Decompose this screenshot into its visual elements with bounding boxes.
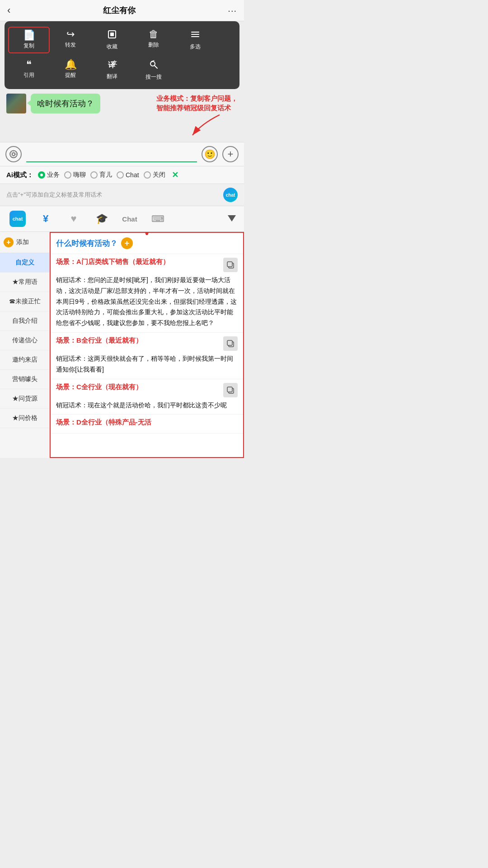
ai-close-button[interactable]: ✕ — [172, 170, 178, 180]
tab-collapse-button[interactable] — [224, 213, 239, 225]
question-add-button[interactable]: + — [121, 237, 133, 249]
ai-mode-business[interactable]: 业务 — [38, 171, 60, 179]
tab-keyboard[interactable]: ⌨ — [145, 209, 171, 229]
radio-off-circle — [144, 171, 151, 179]
ai-mode-off[interactable]: 关闭 — [144, 171, 165, 179]
more-button[interactable]: ··· — [228, 5, 237, 16]
remind-icon: 🔔 — [65, 60, 77, 70]
tab-money-icon: ¥ — [43, 213, 48, 225]
sidebar-item-price[interactable]: ★问价格 — [0, 409, 49, 428]
tab-money[interactable]: ¥ — [33, 209, 59, 229]
sidebar-item-invite[interactable]: 邀约来店 — [0, 350, 49, 370]
ai-mode-bar: Ai模式： 业务 嗨聊 育儿 Chat 关闭 ✕ — [0, 166, 244, 184]
sidebar: + 添加 自定义 ★常用语 ☎未接正忙 自我介绍 传递信心 邀约来店 营销噱头 … — [0, 232, 50, 458]
scenario-b-body: 销冠话术：这两天很快就会有了，稍等等哈，到时候我第一时间通知你[让我看看] — [56, 354, 238, 375]
menu-multiselect-label: 多选 — [190, 43, 201, 51]
question-title: 什么时候有活动？ — [56, 238, 117, 249]
svg-rect-1 — [110, 33, 114, 36]
sidebar-item-busy[interactable]: ☎未接正忙 — [0, 292, 49, 311]
context-menu-row-2: ❝ 引用 🔔 提醒 译 文 翻译 搜一搜 — [8, 57, 236, 84]
svg-rect-22 — [227, 387, 232, 392]
emoji-button[interactable]: 🙂 — [202, 146, 218, 162]
tab-graduation[interactable]: 🎓 — [89, 209, 115, 229]
menu-quote[interactable]: ❝ 引用 — [8, 57, 50, 84]
menu-collect-label: 收藏 — [107, 43, 117, 51]
scenario-b-copy-button[interactable] — [223, 336, 238, 351]
menu-forward-label: 转发 — [65, 41, 76, 49]
ai-mode-chat-en-label: Chat — [126, 171, 139, 179]
menu-quote-label: 引用 — [23, 71, 34, 79]
translate-icon: 译 文 — [107, 60, 117, 71]
menu-forward[interactable]: ↪ 转发 — [50, 27, 91, 53]
collect-icon — [107, 29, 117, 41]
tab-chat-text-label: Chat — [122, 215, 137, 223]
attachment-add-button[interactable]: + — [222, 146, 239, 162]
sidebar-item-common[interactable]: ★常用语 — [0, 273, 49, 292]
content-panel: 什么时候有活动？ + 场景：A门店类线下销售（最近就有） 销冠话术：您问的正是时… — [50, 232, 244, 458]
toolbar-hint-text: 点击"+"可添加自定义标签及常用话术 — [6, 191, 102, 199]
menu-copy[interactable]: 📄 复制 — [8, 27, 50, 53]
sidebar-item-custom[interactable]: 自定义 — [0, 253, 49, 273]
tab-chat-text[interactable]: Chat — [117, 209, 143, 229]
sidebar-item-intro[interactable]: 自我介绍 — [0, 311, 49, 331]
copy-icon: 📄 — [23, 30, 35, 40]
menu-search-label: 搜一搜 — [145, 73, 162, 81]
voice-button[interactable] — [5, 146, 22, 162]
scenario-d-title-text: 场景：D全行业（特殊产品-无活 — [56, 418, 151, 427]
ai-mode-chat-en[interactable]: Chat — [117, 171, 139, 179]
ai-mode-parenting-label: 育儿 — [99, 171, 112, 179]
scenario-c-copy-button[interactable] — [223, 383, 238, 397]
chat-logo-text: chat — [226, 193, 235, 198]
search-icon — [149, 60, 159, 71]
tab-keyboard-icon: ⌨ — [151, 213, 164, 224]
scenario-c-title-text: 场景：C全行业（现在就有） — [56, 383, 142, 392]
svg-marker-14 — [228, 215, 236, 222]
avatar — [6, 94, 26, 113]
menu-multiselect[interactable]: 多选 — [174, 27, 216, 53]
add-plus-icon: + — [4, 237, 14, 247]
page-title: 红尘有你 — [103, 5, 136, 16]
tab-heart[interactable]: ♥ — [61, 209, 87, 229]
radio-chat-en-circle — [117, 171, 124, 179]
tab-chat-logo-text: chat — [13, 216, 23, 222]
ai-mode-chat[interactable]: 嗨聊 — [64, 171, 86, 179]
ai-mode-parenting[interactable]: 育儿 — [90, 171, 112, 179]
sidebar-add-button[interactable]: + 添加 — [0, 232, 49, 253]
scenario-d-title: 场景：D全行业（特殊产品-无活 — [56, 418, 238, 427]
scenario-c-body: 销冠话术：现在这个就是活动价哈，我们平时都比这贵不少呢 — [56, 400, 238, 411]
text-input[interactable] — [26, 146, 197, 162]
input-bar: 🙂 + — [0, 142, 244, 166]
svg-point-12 — [12, 153, 15, 156]
menu-search[interactable]: 搜一搜 — [133, 57, 174, 84]
annotation-text: 业务模式：复制客户问题，智能推荐销冠级回复话术 — [156, 94, 238, 113]
main-content: + 添加 自定义 ★常用语 ☎未接正忙 自我介绍 传递信心 邀约来店 营销噱头 … — [0, 232, 244, 458]
sidebar-item-confidence[interactable]: 传递信心 — [0, 331, 49, 350]
multiselect-icon — [190, 29, 200, 41]
scenario-b-title-text: 场景：B全行业（最近就有） — [56, 336, 142, 345]
scenario-a-title: 场景：A门店类线下销售（最近就有） — [56, 258, 238, 272]
scenario-a: 场景：A门店类线下销售（最近就有） 销冠话术：您问的正是时候[呲牙]，我们刚好最… — [51, 254, 243, 333]
tab-chat-logo[interactable]: chat — [5, 209, 31, 229]
menu-remind[interactable]: 🔔 提醒 — [50, 57, 91, 84]
scenario-c-title: 场景：C全行业（现在就有） — [56, 383, 238, 397]
menu-collect[interactable]: 收藏 — [91, 27, 133, 53]
scenario-a-copy-button[interactable] — [223, 258, 238, 272]
svg-text:文: 文 — [113, 60, 117, 65]
scenario-a-body: 销冠话术：您问的正是时候[呲牙]，我们刚好最近要做一场大活动，这次活动是厂家/总… — [56, 275, 238, 329]
header: ‹ 红尘有你 ··· — [0, 0, 244, 21]
sidebar-add-label: 添加 — [16, 238, 29, 246]
scenario-d: 场景：D全行业（特殊产品-无活 — [51, 415, 243, 434]
down-arrow-indicator — [133, 232, 160, 235]
scenario-b-title: 场景：B全行业（最近就有） — [56, 336, 238, 351]
tab-bar: chat ¥ ♥ 🎓 Chat ⌨ — [0, 206, 244, 232]
delete-icon: 🗑 — [149, 29, 159, 39]
question-header: 什么时候有活动？ + — [51, 233, 243, 254]
menu-translate-label: 翻译 — [107, 73, 117, 80]
menu-delete[interactable]: 🗑 删除 — [133, 27, 174, 53]
sidebar-item-goods[interactable]: ★问货源 — [0, 389, 49, 409]
radio-parenting-circle — [90, 171, 98, 179]
menu-translate[interactable]: 译 文 翻译 — [91, 57, 133, 84]
context-menu-row-1: 📄 复制 ↪ 转发 收藏 🗑 删除 — [8, 27, 236, 53]
back-button[interactable]: ‹ — [7, 5, 10, 16]
sidebar-item-marketing[interactable]: 营销噱头 — [0, 370, 49, 389]
